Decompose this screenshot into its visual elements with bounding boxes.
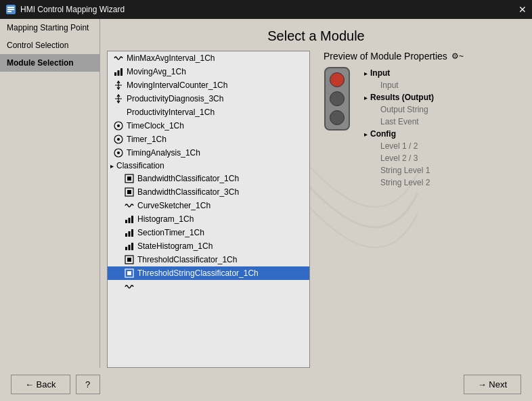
module-item-bwclassificator3[interactable]: BandwidthClassificator_3Ch	[108, 185, 309, 199]
prop-arrow: ▸	[364, 70, 368, 77]
svg-rect-27	[127, 258, 131, 262]
module-item-timinganalysis[interactable]: TimingAnalysis_1Ch	[108, 146, 309, 160]
section-arrow: ▸	[110, 162, 114, 170]
svg-rect-20	[125, 233, 127, 237]
prop-section-label: Config	[370, 129, 396, 139]
module-icon-bwclassificator3	[124, 187, 135, 197]
module-label-movingavg: MovingAvg_1Ch	[127, 67, 186, 76]
sidebar-item-module-selection[interactable]: Module Selection	[0, 54, 99, 72]
svg-rect-16	[127, 190, 131, 194]
module-icon-thresholdclassificator	[124, 254, 135, 265]
prop-item-output-string-item: Output String	[364, 103, 525, 116]
traffic-light-red	[330, 72, 345, 87]
module-icon-curvesketcher	[124, 200, 135, 211]
window-title: HMI Control Mapping Wizard	[20, 5, 125, 14]
module-item-productivityinterval[interactable]: ProductivityInterval_1Ch	[108, 105, 309, 119]
module-item-minmaxavg[interactable]: MinMaxAvgInterval_1Ch	[108, 51, 309, 65]
footer: ← Back ? → Next	[0, 368, 532, 401]
module-icon-timeclock	[113, 120, 124, 131]
module-label-histogram: Histogram_1Ch	[137, 214, 194, 224]
svg-rect-3	[7, 11, 12, 12]
prop-section-config-section[interactable]: ▸Config	[364, 128, 525, 140]
svg-rect-19	[131, 216, 133, 223]
prop-section-results-section[interactable]: ▸Results (Output)	[364, 91, 525, 103]
module-label-productivitydiag: ProductivityDiagnosis_3Ch	[127, 94, 223, 103]
prop-section-input-section[interactable]: ▸Input	[364, 67, 525, 79]
module-icon-minmaxavg	[113, 53, 124, 64]
preview-title: Preview of Module Properties	[324, 51, 447, 62]
module-label-minmaxavg: MinMaxAvgInterval_1Ch	[127, 53, 215, 63]
help-button[interactable]: ?	[76, 375, 100, 394]
svg-rect-4	[114, 72, 116, 76]
module-label-timer: Timer_1Ch	[127, 135, 167, 144]
prop-section-label: Input	[370, 68, 390, 78]
content-inner: Select a Module MinMaxAvgInterval_1ChMov…	[100, 19, 532, 368]
preview-header: Preview of Module Properties ⚙~	[317, 51, 525, 67]
prop-item-level23-item: Level 2 / 3	[364, 152, 525, 164]
module-item-productivitydiag[interactable]: ProductivityDiagnosis_3Ch	[108, 92, 309, 105]
prop-arrow: ▸	[364, 94, 368, 101]
section-header-classification-header[interactable]: ▸Classification	[108, 160, 309, 172]
back-button[interactable]: ← Back	[11, 375, 70, 394]
title-bar-left: HMI Control Mapping Wizard	[5, 4, 125, 15]
svg-rect-24	[129, 245, 131, 250]
close-button[interactable]: ✕	[518, 4, 527, 15]
svg-rect-2	[7, 9, 14, 10]
properties-tree: ▸InputInput▸Results (Output)Output Strin…	[364, 67, 525, 368]
module-label-bwclassificator1: BandwidthClassificator_1Ch	[137, 174, 239, 183]
app-icon	[5, 4, 16, 15]
prop-arrow: ▸	[364, 131, 368, 138]
module-icon-more	[124, 281, 135, 292]
prop-item-level12-item: Level 1 / 2	[364, 140, 525, 152]
module-icon-productivitydiag	[113, 93, 124, 104]
sidebar-item-control-selection[interactable]: Control Selection	[0, 37, 99, 54]
prop-item-last-event-item: Last Event	[364, 116, 525, 128]
module-icon-sectiontimer	[124, 227, 135, 238]
svg-point-12	[117, 151, 120, 154]
svg-rect-5	[118, 70, 120, 76]
module-label-movinginterval: MovingIntervalCounter_1Ch	[127, 80, 227, 90]
module-item-movingavg[interactable]: MovingAvg_1Ch	[108, 65, 309, 78]
sidebar-item-mapping-starting-point[interactable]: Mapping Starting Point	[0, 19, 99, 37]
module-graphic	[317, 67, 357, 368]
module-label-sectiontimer: SectionTimer_1Ch	[137, 228, 204, 237]
module-label-timinganalysis: TimingAnalysis_1Ch	[127, 148, 200, 158]
title-bar: HMI Control Mapping Wizard ✕	[0, 0, 532, 19]
content-area: Select a Module MinMaxAvgInterval_1ChMov…	[100, 19, 532, 368]
traffic-light	[324, 67, 350, 131]
module-item-thresholdclassificator[interactable]: ThresholdClassificator_1Ch	[108, 253, 309, 266]
module-item-sectiontimer[interactable]: SectionTimer_1Ch	[108, 226, 309, 239]
module-item-bwclassificator1[interactable]: BandwidthClassificator_1Ch	[108, 172, 309, 185]
prop-item-stringlevel2-item: String Level 2	[364, 176, 525, 189]
module-item-statehistogram[interactable]: StateHistogram_1Ch	[108, 239, 309, 253]
module-label-timeclock: TimeClock_1Ch	[127, 121, 184, 131]
module-list[interactable]: MinMaxAvgInterval_1ChMovingAvg_1ChMoving…	[107, 51, 310, 368]
module-label-productivityinterval: ProductivityInterval_1Ch	[127, 108, 215, 117]
module-item-curvesketcher[interactable]: CurveSketcher_1Ch	[108, 199, 309, 212]
module-item-timer[interactable]: Timer_1Ch	[108, 133, 309, 146]
next-button[interactable]: → Next	[464, 375, 521, 394]
preview-content: ▸InputInput▸Results (Output)Output Strin…	[317, 67, 525, 368]
svg-rect-17	[125, 220, 127, 223]
module-icon-timer	[113, 134, 124, 145]
module-item-more[interactable]	[108, 280, 309, 293]
svg-rect-14	[127, 176, 131, 181]
module-label-thresholdclassificator: ThresholdClassificator_1Ch	[137, 255, 237, 264]
svg-rect-6	[120, 68, 123, 76]
module-icon-movingavg	[113, 66, 124, 77]
prop-section-label: Results (Output)	[370, 93, 434, 102]
module-item-histogram[interactable]: Histogram_1Ch	[108, 212, 309, 226]
module-item-thresholdstringclassificator[interactable]: ThresholdStringClassificator_1Ch	[108, 266, 309, 280]
module-icon-thresholdstringclassificator	[124, 268, 135, 279]
svg-rect-25	[131, 243, 133, 250]
svg-rect-18	[129, 218, 131, 223]
module-icon-productivityinterval	[113, 107, 124, 118]
module-label-statehistogram: StateHistogram_1Ch	[137, 241, 213, 251]
module-icon-histogram	[124, 214, 135, 225]
sidebar: Mapping Starting PointControl SelectionM…	[0, 19, 100, 368]
module-item-movinginterval[interactable]: MovingIntervalCounter_1Ch	[108, 78, 309, 92]
main-window: Mapping Starting PointControl SelectionM…	[0, 19, 532, 368]
svg-rect-29	[127, 271, 131, 275]
module-item-timeclock[interactable]: TimeClock_1Ch	[108, 119, 309, 133]
preview-panel: Preview of Module Properties ⚙~ ▸I	[317, 51, 525, 368]
